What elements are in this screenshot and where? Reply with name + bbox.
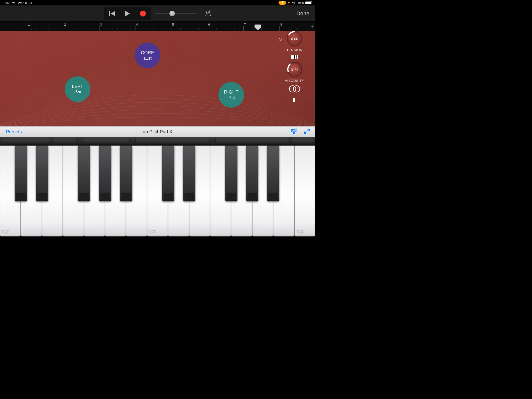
- ruler-bar-label: 6: [208, 23, 210, 26]
- privacy-dot-icon: [288, 2, 290, 3]
- wifi-icon: [292, 1, 296, 4]
- ruler-bar-label: 1: [28, 23, 30, 26]
- black-key[interactable]: [120, 146, 132, 201]
- viscosity-knob[interactable]: 31%: [287, 62, 302, 77]
- playhead-marker[interactable]: [254, 24, 262, 32]
- black-key[interactable]: [78, 146, 90, 201]
- metronome-button[interactable]: [205, 9, 211, 18]
- reset-icon[interactable]: ↻: [278, 37, 282, 42]
- right-label: RIGHT: [224, 90, 239, 95]
- black-key[interactable]: [267, 146, 279, 201]
- preset-name[interactable]: ab PitchPad X: [143, 129, 172, 134]
- ruler-bar-label: 2: [64, 23, 66, 26]
- tension-label: TENSION: [287, 48, 303, 52]
- black-key[interactable]: [183, 146, 195, 201]
- black-key[interactable]: [246, 146, 258, 201]
- ruler-bar-label: 4: [136, 23, 138, 26]
- rewind-button[interactable]: [106, 9, 119, 18]
- black-key[interactable]: [225, 146, 237, 201]
- black-key[interactable]: [99, 146, 111, 201]
- svg-point-9: [291, 131, 293, 132]
- black-key[interactable]: [162, 146, 174, 201]
- tension-value: 0.00: [291, 37, 298, 41]
- ruler-bar-label: 7: [244, 23, 246, 26]
- settings-sliders-button[interactable]: [290, 129, 297, 135]
- svg-point-5: [293, 86, 300, 92]
- keyboard-mode-button[interactable]: [291, 55, 298, 59]
- ruler-bar-label: 5: [172, 23, 174, 26]
- expand-button[interactable]: [304, 129, 310, 135]
- volume-slider[interactable]: [155, 13, 197, 14]
- piano-keyboard[interactable]: C2 C3 C4: [0, 144, 315, 236]
- preset-bar: Presets ab PitchPad X: [0, 126, 315, 137]
- ruler-bar-label: 8: [280, 23, 282, 26]
- svg-point-11: [293, 132, 295, 134]
- mix-fader[interactable]: [288, 99, 301, 101]
- transport-bar: Done: [0, 5, 315, 21]
- ruler-bar-label: 3: [100, 23, 102, 26]
- core-value: 11st: [143, 56, 152, 61]
- black-key[interactable]: [36, 146, 48, 201]
- svg-point-4: [289, 86, 296, 92]
- add-section-button[interactable]: +: [311, 23, 314, 30]
- left-pitch-node[interactable]: LEFT -6st: [65, 76, 90, 102]
- left-value: -6st: [74, 90, 81, 95]
- right-value: -7st: [228, 95, 235, 100]
- svg-point-7: [294, 129, 296, 130]
- right-pitch-node[interactable]: RIGHT -7st: [218, 82, 244, 108]
- done-button[interactable]: Done: [296, 10, 309, 17]
- key-label: C3: [149, 229, 156, 235]
- core-pitch-node[interactable]: CORE 11st: [135, 43, 160, 68]
- control-strip: ↻ 0.00 TENSION 31% VISCOSITY: [274, 31, 315, 126]
- octave-selector[interactable]: [0, 137, 315, 144]
- left-label: LEFT: [72, 84, 83, 89]
- svg-rect-0: [109, 11, 110, 16]
- key-label: C2: [2, 229, 9, 235]
- tension-knob[interactable]: ↻ 0.00: [287, 31, 302, 46]
- viscosity-label: VISCOSITY: [285, 79, 304, 83]
- status-date: Wed 5 Jul: [18, 1, 32, 5]
- presets-button[interactable]: Presets: [6, 129, 22, 134]
- viscosity-value: 31%: [291, 67, 298, 72]
- timeline-ruler[interactable]: 1 2 3 4 5 6 7 8 +: [0, 21, 315, 31]
- black-key[interactable]: [15, 146, 27, 201]
- record-button[interactable]: [136, 9, 149, 18]
- battery-percent: 94%: [298, 1, 304, 5]
- status-time: 2:42 PM: [3, 1, 15, 5]
- play-button[interactable]: [121, 9, 134, 18]
- link-mode-button[interactable]: [288, 84, 301, 94]
- pitchpad-surface[interactable]: CORE 11st LEFT -6st RIGHT -7st ↻ 0.00 TE…: [0, 31, 315, 126]
- status-bar: 2:42 PM Wed 5 Jul 94%: [0, 0, 315, 5]
- mic-recording-pill[interactable]: [279, 1, 286, 5]
- core-label: CORE: [141, 50, 154, 55]
- key-label: C4: [297, 229, 303, 235]
- battery-icon: [305, 1, 312, 4]
